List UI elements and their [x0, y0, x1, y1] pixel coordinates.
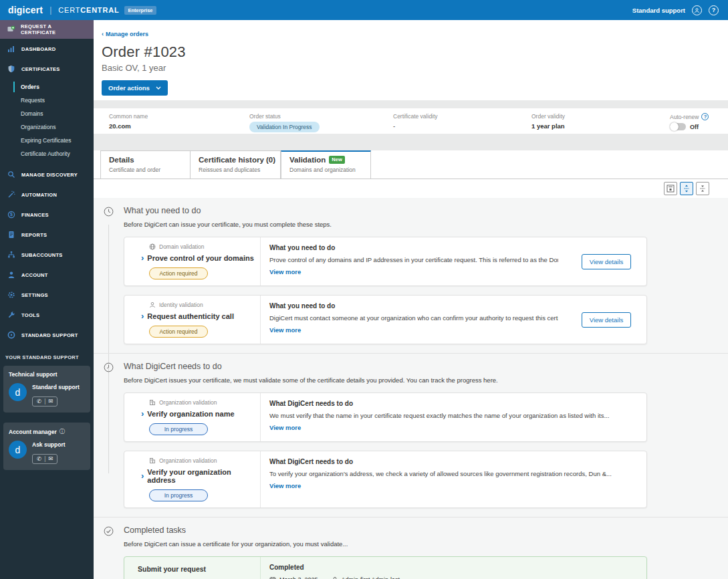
- sidebar-item-dashboard[interactable]: DASHBOARD: [0, 39, 94, 59]
- section-what-you-need-to-do: What you need to do Before DigiCert can …: [94, 206, 728, 354]
- order-actions-button[interactable]: Order actions: [102, 80, 168, 96]
- card-title: Request authenticity call: [147, 312, 234, 320]
- mail-icon[interactable]: ✉: [48, 398, 53, 404]
- sidebar-item-subaccounts[interactable]: SUBACCOUNTS: [0, 245, 94, 265]
- card-expander[interactable]: › Verify your organization address: [149, 468, 260, 484]
- card-title: Verify organization name: [147, 410, 234, 418]
- digicert-logo: digicert: [8, 5, 43, 15]
- wand-icon: [7, 191, 15, 199]
- collapse-all-button[interactable]: [696, 182, 709, 195]
- status-badge: In progress: [149, 489, 208, 501]
- view-details-button[interactable]: View details: [582, 312, 632, 328]
- sidebar-item-tools[interactable]: TOOLS: [0, 305, 94, 325]
- collapse-all-icon: [699, 185, 707, 193]
- card-info-title: What DigiCert needs to do: [269, 458, 638, 465]
- status-badge: In progress: [149, 423, 208, 435]
- technical-support-title: Technical support: [9, 371, 85, 378]
- section-title: What you need to do: [124, 206, 647, 215]
- sidebar-item-account[interactable]: ACCOUNT: [0, 265, 94, 285]
- contact-divider: |: [44, 398, 45, 404]
- card-expander[interactable]: › Verify organization name: [149, 410, 260, 418]
- status-badge: Action required: [149, 326, 208, 338]
- sidebar-item-settings[interactable]: SETTINGS: [0, 285, 94, 305]
- card-info-body: We must verify that the name in your cer…: [269, 412, 638, 419]
- chevron-right-icon: ›: [141, 313, 144, 320]
- sidebar-item-standard-support[interactable]: STANDARD SUPPORT: [0, 325, 94, 345]
- auto-renew-state: Off: [690, 124, 699, 130]
- sidebar: REQUEST A CERTIFICATE DASHBOARD CERTIFIC…: [0, 20, 94, 579]
- sidebar-item-certificate-authority[interactable]: Certificate Authority: [0, 147, 94, 160]
- brand-divider: |: [49, 5, 51, 15]
- mail-icon[interactable]: ✉: [48, 455, 53, 462]
- support-avatar: d: [9, 383, 27, 401]
- section-subtitle: Before DigiCert can issue a certificate …: [124, 540, 647, 548]
- clock-icon: [104, 207, 114, 219]
- validation-content: What you need to do Before DigiCert can …: [94, 198, 728, 579]
- expand-all-button[interactable]: [680, 182, 693, 195]
- standard-support-label[interactable]: Standard support: [632, 7, 685, 14]
- sidebar-item-domains[interactable]: Domains: [0, 107, 94, 120]
- card-category: Identity validation: [159, 302, 203, 308]
- card-category: Organization validation: [159, 399, 217, 406]
- tab-validation[interactable]: ValidationNew Domains and organization: [281, 150, 371, 179]
- view-more-link[interactable]: View more: [269, 326, 301, 334]
- sidebar-item-reports[interactable]: REPORTS: [0, 225, 94, 245]
- completed-card-submit-request: Submit your request Complete Completed M…: [124, 556, 647, 579]
- order-status-badge: Validation In Progress: [249, 122, 320, 132]
- sidebar-item-certificates[interactable]: CERTIFICATES: [0, 59, 94, 79]
- dollar-circle-icon: $: [7, 211, 15, 219]
- globe-icon: [149, 243, 156, 250]
- completed-date: March 3, 2025: [279, 576, 318, 579]
- identity-icon: [149, 302, 156, 308]
- card-info-title: Completed: [269, 564, 638, 571]
- card-title: Verify your organization address: [147, 468, 260, 484]
- support-name: Standard support: [32, 384, 80, 390]
- info-icon[interactable]: ⓘ: [59, 428, 65, 435]
- sidebar-item-expiring-certificates[interactable]: Expiring Certificates: [0, 134, 94, 147]
- contact-buttons[interactable]: ✆ | ✉: [32, 396, 57, 407]
- sidebar-item-organizations[interactable]: Organizations: [0, 120, 94, 134]
- card-info-title: What you need to do: [269, 244, 558, 251]
- life-ring-icon: [7, 331, 15, 340]
- sidebar-item-requests[interactable]: Requests: [0, 94, 94, 107]
- summary-view-button[interactable]: [664, 182, 677, 195]
- task-card-verify-org-name: Organization validation › Verify organiz…: [124, 392, 647, 442]
- card-info-body: DigiCert must contact someone at your or…: [269, 314, 558, 322]
- sidebar-item-automation[interactable]: AUTOMATION: [0, 185, 94, 205]
- sidebar-item-manage-discovery[interactable]: MANAGE DISCOVERY: [0, 164, 94, 185]
- shield-icon: [7, 65, 15, 74]
- chevron-right-icon: ›: [141, 473, 144, 479]
- breadcrumb[interactable]: ‹ Manage orders: [102, 31, 148, 37]
- order-status-field: Order status Validation In Progress: [249, 113, 320, 132]
- request-a-certificate-button[interactable]: REQUEST A CERTIFICATE: [0, 20, 94, 39]
- org-tree-icon: [7, 251, 15, 259]
- sidebar-item-finances[interactable]: $ FINANCES: [0, 205, 94, 225]
- card-expander[interactable]: › Request authenticity call: [149, 312, 260, 320]
- view-more-link[interactable]: View more: [269, 482, 301, 489]
- phone-icon[interactable]: ✆: [37, 455, 41, 462]
- card-info-body: Prove control of any domains and IP addr…: [269, 256, 558, 263]
- tab-details[interactable]: Details Certificate and order: [100, 150, 191, 179]
- task-card-verify-org-address: Organization validation › Verify your or…: [124, 451, 647, 508]
- support-agent-icon[interactable]: [692, 5, 702, 15]
- view-more-link[interactable]: View more: [269, 268, 301, 275]
- section-title: What DigiCert needs to do: [124, 362, 647, 371]
- sidebar-item-orders[interactable]: Orders: [0, 80, 94, 94]
- manager-avatar: d: [9, 441, 27, 459]
- help-icon[interactable]: ?: [709, 5, 719, 15]
- svg-text:$: $: [9, 212, 12, 217]
- technical-support-card: Technical support d Standard support ✆ |…: [3, 366, 90, 413]
- auto-renew-toggle[interactable]: [670, 123, 686, 130]
- phone-icon[interactable]: ✆: [37, 398, 41, 404]
- auto-renew-help-icon[interactable]: ?: [701, 113, 709, 120]
- view-details-button[interactable]: View details: [582, 254, 632, 269]
- contact-divider: |: [44, 455, 45, 462]
- auto-renew-field: Auto-renew ? Off: [670, 113, 709, 130]
- manager-contact-buttons[interactable]: ✆ | ✉: [32, 454, 57, 464]
- view-more-link[interactable]: View more: [269, 424, 301, 431]
- status-badge: Action required: [149, 267, 208, 279]
- certificates-submenu: Orders Requests Domains Organizations Ex…: [0, 79, 94, 164]
- order-validity-field: Order validity 1 year plan: [531, 113, 565, 130]
- card-expander[interactable]: › Prove control of your domains: [149, 254, 260, 262]
- tab-certificate-history[interactable]: Certificate history (0) Reissues and dup…: [191, 150, 281, 179]
